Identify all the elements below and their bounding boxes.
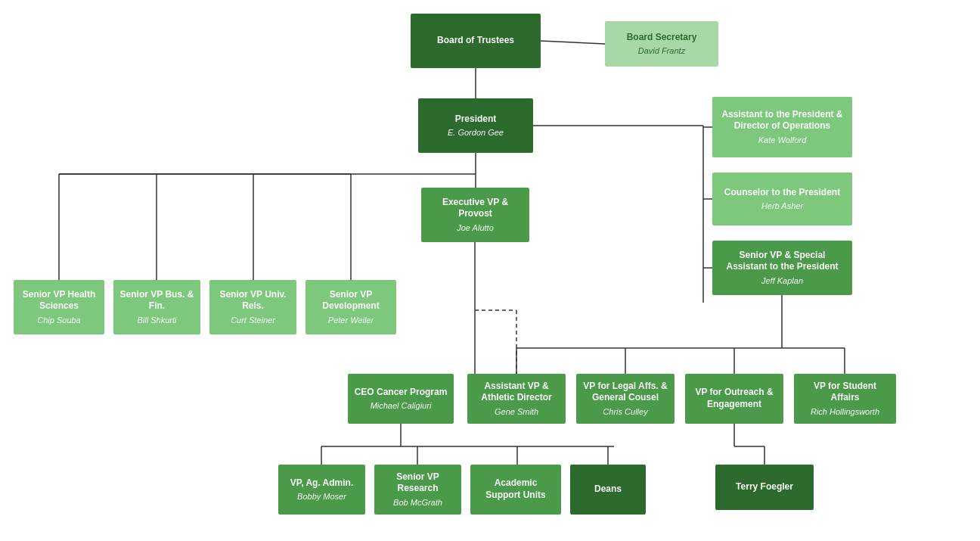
vp-ag-person: Bobby Moser bbox=[297, 491, 346, 502]
senior-vp-dev-title: Senior VP Development bbox=[312, 289, 390, 312]
terry-foegler-title: Terry Foegler bbox=[736, 481, 793, 493]
vp-student-person: Rich Hollingsworth bbox=[811, 406, 879, 417]
ceo-cancer-title: CEO Cancer Program bbox=[355, 387, 448, 399]
ceo-cancer-person: Michael Caligiuri bbox=[371, 400, 432, 411]
senior-vp-research: Senior VP Research Bob McGrath bbox=[374, 465, 461, 515]
vp-ag: VP, Ag. Admin. Bobby Moser bbox=[278, 465, 365, 515]
vp-student-title: VP for Student Affairs bbox=[800, 381, 890, 404]
senior-vp-univ-title: Senior VP Univ. Rels. bbox=[216, 289, 290, 312]
vp-legal-person: Chris Culley bbox=[603, 406, 647, 417]
senior-vp-univ: Senior VP Univ. Rels. Curt Steiner bbox=[209, 280, 296, 334]
vp-legal: VP for Legal Affs. & General Cousel Chri… bbox=[576, 374, 675, 424]
executive-vp-title: Executive VP & Provost bbox=[427, 197, 523, 220]
vp-legal-title: VP for Legal Affs. & General Cousel bbox=[582, 381, 668, 404]
assistant-president-person: Kate Wolford bbox=[758, 135, 807, 145]
president-title: President bbox=[455, 113, 497, 126]
ceo-cancer: CEO Cancer Program Michael Caligiuri bbox=[348, 374, 454, 424]
president: President E. Gordon Gee bbox=[418, 98, 533, 153]
counselor-president: Counselor to the President Herb Asher bbox=[712, 173, 852, 225]
senior-vp-health-title: Senior VP Health Sciences bbox=[20, 289, 98, 312]
executive-vp: Executive VP & Provost Joe Alutto bbox=[421, 188, 529, 242]
board-secretary-title: Board Secretary bbox=[627, 32, 697, 44]
vp-ag-title: VP, Ag. Admin. bbox=[290, 477, 354, 490]
senior-vp-univ-person: Curt Steiner bbox=[231, 315, 275, 325]
terry-foegler: Terry Foegler bbox=[715, 465, 814, 510]
senior-vp-health-person: Chip Souba bbox=[37, 315, 81, 325]
senior-vp-bus-title: Senior VP Bus. & Fin. bbox=[119, 289, 194, 312]
academic-support-title: Academic Support Units bbox=[476, 477, 555, 501]
board-of-trustees: Board of Trustees bbox=[411, 14, 541, 68]
assistant-vp-athletic-title: Assistant VP & Athletic Director bbox=[473, 381, 560, 404]
svg-line-0 bbox=[541, 41, 605, 44]
senior-vp-health: Senior VP Health Sciences Chip Souba bbox=[14, 280, 104, 334]
academic-support: Academic Support Units bbox=[470, 465, 561, 515]
senior-vp-bus-person: Bill Shkurti bbox=[138, 315, 177, 325]
org-chart: Board of Trustees Board Secretary David … bbox=[0, 0, 980, 541]
assistant-vp-athletic: Assistant VP & Athletic Director Gene Sm… bbox=[467, 374, 566, 424]
assistant-president-title: Assistant to the President & Director of… bbox=[718, 109, 846, 132]
senior-vp-special-person: Jeff Kaplan bbox=[761, 275, 803, 286]
senior-vp-research-person: Bob McGrath bbox=[393, 497, 442, 508]
vp-outreach-title: VP for Outreach & Engagement bbox=[691, 387, 777, 410]
board-secretary-person: David Frantz bbox=[638, 45, 685, 56]
board-secretary: Board Secretary David Frantz bbox=[605, 21, 718, 67]
senior-vp-bus: Senior VP Bus. & Fin. Bill Shkurti bbox=[113, 280, 200, 334]
executive-vp-person: Joe Alutto bbox=[457, 222, 494, 233]
counselor-person: Herb Asher bbox=[761, 201, 803, 211]
vp-student: VP for Student Affairs Rich Hollingswort… bbox=[794, 374, 896, 424]
counselor-title: Counselor to the President bbox=[724, 187, 840, 199]
deans-title: Deans bbox=[594, 483, 622, 496]
senior-vp-research-title: Senior VP Research bbox=[380, 471, 455, 495]
senior-vp-dev: Senior VP Development Peter Weiler bbox=[305, 280, 396, 334]
president-person: E. Gordon Gee bbox=[448, 127, 504, 138]
assistant-president: Assistant to the President & Director of… bbox=[712, 97, 852, 157]
assistant-vp-athletic-person: Gene Smith bbox=[495, 406, 538, 417]
vp-outreach: VP for Outreach & Engagement bbox=[685, 374, 783, 424]
senior-vp-special: Senior VP & Special Assistant to the Pre… bbox=[712, 241, 852, 295]
board-title: Board of Trustees bbox=[437, 35, 514, 47]
deans: Deans bbox=[570, 465, 646, 515]
senior-vp-special-title: Senior VP & Special Assistant to the Pre… bbox=[718, 250, 846, 273]
senior-vp-dev-person: Peter Weiler bbox=[328, 315, 374, 325]
